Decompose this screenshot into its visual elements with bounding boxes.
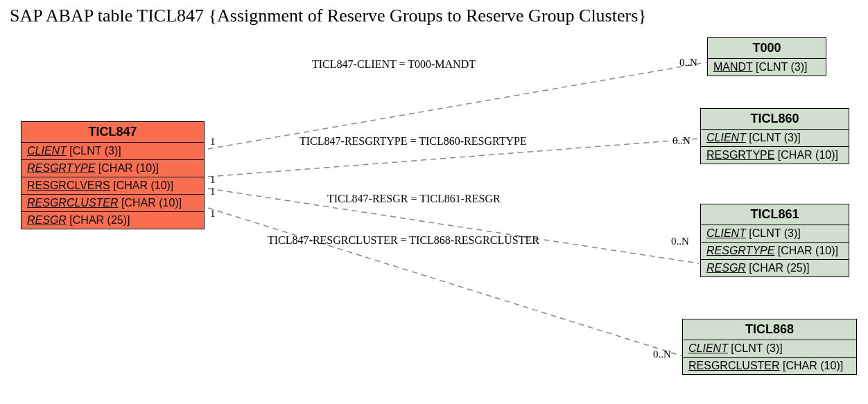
entity-t000-header: T000 [708,38,826,59]
card-left-0: 1 [210,136,216,148]
entity-ticl868-field-client: CLIENT [CLNT (3)] [683,340,856,358]
entity-ticl860-field-client: CLIENT [CLNT (3)] [701,130,849,147]
page-title: SAP ABAP table TICL847 {Assignment of Re… [10,6,647,26]
relation-label-resgrcluster: TICL847-RESGRCLUSTER = TICL868-RESGRCLUS… [268,234,539,247]
entity-ticl847-field-resgrcluster: RESGRCLUSTER [CHAR (10)] [21,195,204,212]
entity-ticl860: TICL860 CLIENT [CLNT (3)] RESGRTYPE [CHA… [700,108,849,164]
entity-ticl847-field-client: CLIENT [CLNT (3)] [21,143,204,160]
relation-label-client: TICL847-CLIENT = T000-MANDT [312,58,476,71]
entity-ticl861: TICL861 CLIENT [CLNT (3)] RESGRTYPE [CHA… [700,204,849,277]
entity-ticl868-field-resgrcluster: RESGRCLUSTER [CHAR (10)] [683,358,856,374]
entity-ticl861-header: TICL861 [701,204,849,225]
entity-t000: T000 MANDT [CLNT (3)] [707,37,826,76]
entity-ticl861-field-client: CLIENT [CLNT (3)] [701,225,849,243]
card-right-2: 0..N [671,236,689,247]
entity-ticl847-field-resgrclvers: RESGRCLVERS [CHAR (10)] [21,177,204,195]
entity-t000-field-mandt: MANDT [CLNT (3)] [708,59,826,76]
entity-ticl860-field-resgrtype: RESGRTYPE [CHAR (10)] [701,147,849,164]
card-right-0: 0..N [679,57,697,69]
entity-ticl861-field-resgrtype: RESGRTYPE [CHAR (10)] [701,243,849,260]
svg-line-3 [208,208,707,364]
card-right-3: 0..N [653,349,671,360]
entity-ticl847-field-resgr: RESGR [CHAR (25)] [21,212,204,229]
entity-ticl868: TICL868 CLIENT [CLNT (3)] RESGRCLUSTER [… [682,319,857,375]
card-left-1: 1 [210,174,216,186]
entity-ticl868-header: TICL868 [683,319,856,340]
relation-label-resgrtype: TICL847-RESGRTYPE = TICL860-RESGRTYPE [300,135,527,148]
entity-ticl861-field-resgr: RESGR [CHAR (25)] [701,260,849,276]
card-left-3: 1 [210,208,216,220]
entity-ticl847: TICL847 CLIENT [CLNT (3)] RESGRTYPE [CHA… [21,121,205,229]
card-left-2: 1 [210,186,216,197]
entity-ticl847-header: TICL847 [21,122,204,143]
entity-ticl847-field-resgrtype: RESGRTYPE [CHAR (10)] [21,160,204,177]
entity-ticl860-header: TICL860 [701,109,849,130]
card-right-1: 0..N [672,135,691,147]
relation-label-resgr: TICL847-RESGR = TICL861-RESGR [327,193,501,205]
